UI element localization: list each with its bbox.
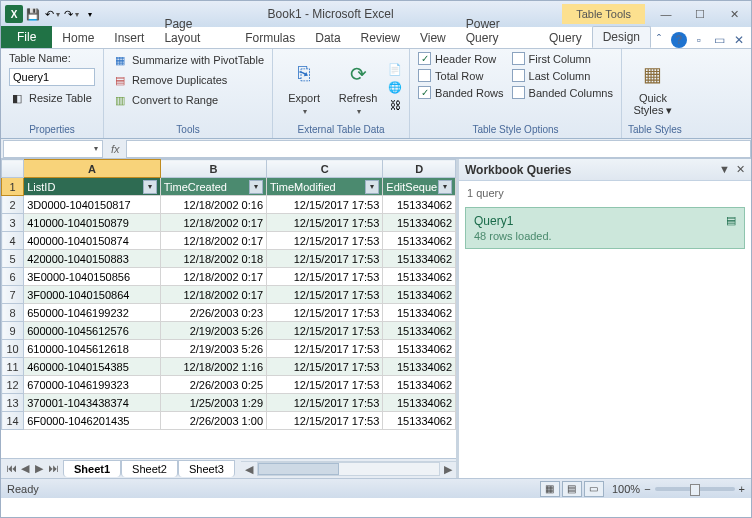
maximize-button[interactable]: ☐ [687, 5, 713, 23]
cell[interactable]: 2/26/2003 1:00 [160, 412, 266, 430]
sheet-tab[interactable]: Sheet2 [121, 460, 178, 477]
cell[interactable]: 12/15/2017 17:53 [267, 304, 383, 322]
row-header[interactable]: 4 [2, 232, 24, 250]
row-header[interactable]: 3 [2, 214, 24, 232]
qat-customize-icon[interactable]: ▾ [81, 5, 99, 23]
quick-styles-button[interactable]: ▦QuickStyles ▾ [628, 51, 678, 123]
zoom-in-button[interactable]: + [739, 483, 745, 495]
col-header[interactable]: C [267, 160, 383, 178]
cell[interactable]: 12/18/2002 0:18 [160, 250, 266, 268]
total-row-checkbox[interactable]: Total Row [416, 68, 506, 83]
query-card[interactable]: Query1 48 rows loaded. ▤ [465, 207, 745, 249]
sheet-tab[interactable]: Sheet3 [178, 460, 235, 477]
help-icon[interactable]: ? [671, 32, 687, 48]
hscroll-left[interactable]: ◀ [241, 463, 257, 476]
filter-icon[interactable]: ▾ [143, 180, 157, 194]
tab-formulas[interactable]: Formulas [235, 28, 305, 48]
row-header[interactable]: 12 [2, 376, 24, 394]
formula-input[interactable] [126, 140, 751, 158]
row-header[interactable]: 7 [2, 286, 24, 304]
fx-label[interactable]: fx [105, 143, 126, 155]
cell[interactable]: 12/15/2017 17:53 [267, 214, 383, 232]
last-column-checkbox[interactable]: Last Column [510, 68, 615, 83]
cell[interactable]: 12/18/2002 0:17 [160, 232, 266, 250]
export-button[interactable]: ⎘Export▾ [279, 51, 329, 123]
cell[interactable]: 12/18/2002 0:17 [160, 214, 266, 232]
cell[interactable]: 1/25/2003 1:29 [160, 394, 266, 412]
cell[interactable]: 2/26/2003 0:25 [160, 376, 266, 394]
refresh-button[interactable]: ⟳Refresh▾ [333, 51, 383, 123]
row-header[interactable]: 10 [2, 340, 24, 358]
remove-duplicates-button[interactable]: ▤Remove Duplicates [110, 71, 266, 89]
cell[interactable]: 151334062 [383, 358, 456, 376]
cell[interactable]: 6F0000-1046201435 [24, 412, 161, 430]
cell[interactable]: 151334062 [383, 196, 456, 214]
cell[interactable]: 12/18/2002 1:16 [160, 358, 266, 376]
tab-design[interactable]: Design [592, 26, 651, 48]
cell[interactable]: 2/19/2003 5:26 [160, 340, 266, 358]
zoom-slider[interactable] [655, 487, 735, 491]
filter-icon[interactable]: ▾ [365, 180, 379, 194]
cell[interactable]: 151334062 [383, 394, 456, 412]
table-header-cell[interactable]: TimeCreated▾ [160, 178, 266, 196]
tab-power-query[interactable]: Power Query [456, 14, 539, 48]
cell[interactable]: 12/15/2017 17:53 [267, 286, 383, 304]
cell[interactable]: 151334062 [383, 412, 456, 430]
cell[interactable]: 12/15/2017 17:53 [267, 376, 383, 394]
cell[interactable]: 12/15/2017 17:53 [267, 358, 383, 376]
row-header[interactable]: 11 [2, 358, 24, 376]
properties-icon[interactable]: 📄 [387, 61, 403, 77]
cell[interactable]: 12/15/2017 17:53 [267, 196, 383, 214]
zoom-level[interactable]: 100% [612, 483, 640, 495]
cell[interactable]: 12/18/2002 0:17 [160, 286, 266, 304]
tab-nav-last[interactable]: ⏭ [47, 462, 59, 475]
spreadsheet-grid[interactable]: ABCD1ListID▾TimeCreated▾TimeModified▾Edi… [1, 159, 456, 458]
row-header[interactable]: 9 [2, 322, 24, 340]
cell[interactable]: 12/15/2017 17:53 [267, 232, 383, 250]
row-header[interactable]: 6 [2, 268, 24, 286]
cell[interactable]: 151334062 [383, 250, 456, 268]
close-button[interactable]: ✕ [721, 5, 747, 23]
table-header-cell[interactable]: TimeModified▾ [267, 178, 383, 196]
cell[interactable]: 2/26/2003 0:23 [160, 304, 266, 322]
col-header[interactable]: A [24, 160, 161, 178]
row-header[interactable]: 14 [2, 412, 24, 430]
tablename-input[interactable] [9, 68, 95, 86]
pane-menu-icon[interactable]: ▼ [719, 163, 730, 176]
pane-close-icon[interactable]: ✕ [736, 163, 745, 176]
cell[interactable]: 3D0000-1040150817 [24, 196, 161, 214]
cell[interactable]: 12/15/2017 17:53 [267, 250, 383, 268]
view-pagebreak-button[interactable]: ▭ [584, 481, 604, 497]
cell[interactable]: 12/15/2017 17:53 [267, 268, 383, 286]
tab-query[interactable]: Query [539, 28, 592, 48]
cell[interactable]: 460000-1040154385 [24, 358, 161, 376]
tab-data[interactable]: Data [305, 28, 350, 48]
view-layout-button[interactable]: ▤ [562, 481, 582, 497]
tab-page-layout[interactable]: Page Layout [154, 14, 235, 48]
cell[interactable]: 12/15/2017 17:53 [267, 340, 383, 358]
row-header[interactable]: 8 [2, 304, 24, 322]
tab-nav-prev[interactable]: ◀ [19, 462, 31, 475]
filter-icon[interactable]: ▾ [438, 180, 452, 194]
cell[interactable]: 12/18/2002 0:17 [160, 268, 266, 286]
cell[interactable]: 151334062 [383, 304, 456, 322]
row-header[interactable]: 2 [2, 196, 24, 214]
cell[interactable]: 2/19/2003 5:26 [160, 322, 266, 340]
filter-icon[interactable]: ▾ [249, 180, 263, 194]
unlink-icon[interactable]: ⛓ [387, 97, 403, 113]
cell[interactable]: 400000-1040150874 [24, 232, 161, 250]
tab-view[interactable]: View [410, 28, 456, 48]
cell[interactable]: 151334062 [383, 340, 456, 358]
cell[interactable]: 12/15/2017 17:53 [267, 394, 383, 412]
table-header-cell[interactable]: EditSeque▾ [383, 178, 456, 196]
minimize-button[interactable]: — [653, 5, 679, 23]
tab-review[interactable]: Review [351, 28, 410, 48]
sheet-tab[interactable]: Sheet1 [63, 460, 121, 477]
hscroll-track[interactable] [257, 462, 440, 476]
view-normal-button[interactable]: ▦ [540, 481, 560, 497]
name-box[interactable]: ▾ [3, 140, 103, 158]
cell[interactable]: 3E0000-1040150856 [24, 268, 161, 286]
excel-icon[interactable]: X [5, 5, 23, 23]
col-header[interactable]: B [160, 160, 266, 178]
tab-nav-next[interactable]: ▶ [33, 462, 45, 475]
